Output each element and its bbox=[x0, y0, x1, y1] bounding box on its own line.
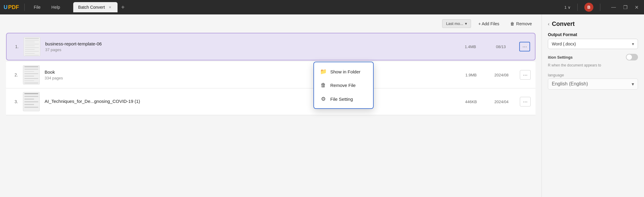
titlebar-controls-divider bbox=[600, 4, 600, 11]
language-chevron-icon: ▾ bbox=[632, 81, 634, 87]
tab-count: 1 ∨ bbox=[564, 5, 571, 10]
output-format-label: Output Format bbox=[548, 32, 638, 37]
tab-close-button[interactable]: × bbox=[107, 5, 113, 10]
right-panel: ‹ Convert Output Format Word (.docx) ▾ i… bbox=[542, 14, 644, 197]
file-info: Book 334 pages bbox=[45, 69, 454, 80]
thumb-line bbox=[24, 101, 38, 102]
file-info: business-report-template-06 37 pages bbox=[45, 41, 454, 52]
thumb-line bbox=[24, 73, 38, 74]
file-info: AI_Techniques_for_De...gnosing_COVID-19 … bbox=[45, 99, 454, 105]
thumb-line bbox=[24, 76, 34, 76]
thumb-line bbox=[24, 71, 34, 72]
toggle-knob bbox=[627, 54, 632, 60]
new-tab-button[interactable]: + bbox=[119, 4, 127, 11]
tab-area: Batch Convert × + bbox=[73, 2, 561, 12]
maximize-button[interactable]: ❐ bbox=[621, 4, 629, 11]
menu-help[interactable]: Help bbox=[48, 4, 64, 11]
row-number: 1. bbox=[11, 44, 19, 49]
tab-label: Batch Convert bbox=[78, 5, 105, 10]
file-more-button[interactable]: ··· bbox=[519, 42, 530, 51]
file-more-button[interactable]: ··· bbox=[520, 70, 531, 80]
gear-icon: ⚙ bbox=[320, 96, 327, 102]
table-row: 1. business-report-template-06 37 pages bbox=[6, 33, 536, 60]
language-select[interactable]: English (English) ▾ bbox=[548, 78, 638, 90]
sort-button[interactable]: Last mo... ▾ bbox=[442, 19, 471, 28]
thumb-line bbox=[24, 66, 38, 67]
file-size: 446KB bbox=[459, 100, 483, 104]
folder-icon: 📁 bbox=[320, 68, 327, 75]
menu-file[interactable]: File bbox=[30, 4, 44, 11]
titlebar-right-divider bbox=[577, 4, 578, 11]
logo-pdf: PDF bbox=[8, 4, 19, 11]
remove-file-item[interactable]: 🗑 Remove File bbox=[314, 78, 373, 92]
row-number: 3. bbox=[11, 99, 18, 104]
tab-batch-convert[interactable]: Batch Convert × bbox=[73, 2, 118, 12]
add-files-button[interactable]: + Add Files bbox=[475, 20, 503, 28]
language-section: language English (English) ▾ bbox=[548, 73, 638, 90]
recognition-section: ition Settings R when the document appea… bbox=[548, 54, 638, 68]
logo-u: U bbox=[4, 4, 8, 11]
file-setting-item[interactable]: ⚙ File Setting bbox=[314, 92, 373, 106]
table-row: 3. AI_Techniques_for_De...gnosing_COVID-… bbox=[6, 88, 536, 115]
file-pages: 334 pages bbox=[45, 76, 454, 80]
format-select[interactable]: Word (.docx) ▾ bbox=[548, 39, 638, 49]
file-name: Book bbox=[45, 69, 454, 75]
thumb-line bbox=[24, 78, 38, 79]
trash-icon: 🗑 bbox=[320, 82, 327, 88]
panel-title: Convert bbox=[552, 20, 575, 27]
format-value: Word (.docx) bbox=[552, 42, 576, 46]
remove-label: Remove bbox=[516, 21, 532, 26]
close-button[interactable]: ✕ bbox=[633, 4, 640, 11]
window-controls: — ❐ ✕ bbox=[609, 4, 640, 11]
recognition-desc: R when the document appears to bbox=[548, 63, 638, 68]
thumb-line bbox=[24, 99, 34, 100]
app-logo: UPDF bbox=[4, 4, 19, 11]
file-size: 1.4MB bbox=[458, 45, 482, 49]
row-number: 2. bbox=[11, 72, 18, 77]
file-more-button[interactable]: ··· bbox=[520, 97, 531, 106]
file-list-panel: Last mo... ▾ + Add Files 🗑 Remove 1. bbox=[0, 14, 542, 197]
thumb-line bbox=[24, 69, 38, 69]
thumb-line bbox=[24, 96, 38, 97]
titlebar-right: 1 ∨ B — ❐ ✕ bbox=[564, 3, 640, 12]
thumb-line bbox=[24, 93, 38, 94]
user-avatar[interactable]: B bbox=[584, 3, 593, 12]
titlebar: UPDF File Help Batch Convert × + 1 ∨ B —… bbox=[0, 0, 644, 14]
language-value: English (English) bbox=[552, 81, 588, 87]
file-list: 1. business-report-template-06 37 pages bbox=[6, 33, 536, 115]
titlebar-divider bbox=[24, 4, 25, 11]
file-thumbnail bbox=[23, 92, 40, 111]
minimize-button[interactable]: — bbox=[609, 4, 618, 11]
trash-icon: 🗑 bbox=[510, 21, 514, 26]
sort-chevron-icon: ▾ bbox=[465, 21, 467, 26]
file-name: business-report-template-06 bbox=[45, 41, 454, 46]
remove-file-label: Remove File bbox=[330, 83, 356, 88]
add-files-label: + Add Files bbox=[478, 21, 499, 26]
main-content: Last mo... ▾ + Add Files 🗑 Remove 1. bbox=[0, 14, 644, 197]
thumb-line bbox=[24, 81, 34, 81]
file-size: 1.9MB bbox=[459, 73, 483, 77]
file-thumbnail bbox=[23, 65, 40, 85]
file-pages: 37 pages bbox=[45, 48, 454, 52]
thumb-line bbox=[24, 104, 34, 105]
sort-label: Last mo... bbox=[446, 21, 463, 26]
file-name: AI_Techniques_for_De...gnosing_COVID-19 … bbox=[45, 99, 454, 104]
thumb-line bbox=[24, 83, 38, 83]
context-menu: 📁 Show in Folder 🗑 Remove File ⚙ File Se… bbox=[313, 62, 374, 109]
table-row: 2. Book 334 pages 1.9MB 2024/08 bbox=[6, 62, 536, 88]
file-date: 2024/08 bbox=[488, 73, 515, 77]
toolbar: Last mo... ▾ + Add Files 🗑 Remove bbox=[6, 19, 536, 28]
back-button[interactable]: ‹ bbox=[548, 21, 549, 27]
file-setting-label: File Setting bbox=[330, 97, 353, 102]
panel-header: ‹ Convert bbox=[548, 20, 638, 27]
file-date: 2024/04 bbox=[488, 100, 515, 104]
remove-button[interactable]: 🗑 Remove bbox=[507, 20, 536, 28]
output-format-section: Output Format Word (.docx) ▾ bbox=[548, 32, 638, 49]
recognition-header: ition Settings bbox=[548, 54, 638, 60]
recognition-toggle[interactable] bbox=[626, 54, 638, 60]
file-date: 08/13 bbox=[487, 45, 514, 49]
chevron-down-icon[interactable]: ∨ bbox=[568, 5, 571, 10]
show-in-folder-label: Show in Folder bbox=[330, 69, 360, 74]
show-in-folder-item[interactable]: 📁 Show in Folder bbox=[314, 65, 373, 78]
thumb-line bbox=[24, 107, 38, 108]
